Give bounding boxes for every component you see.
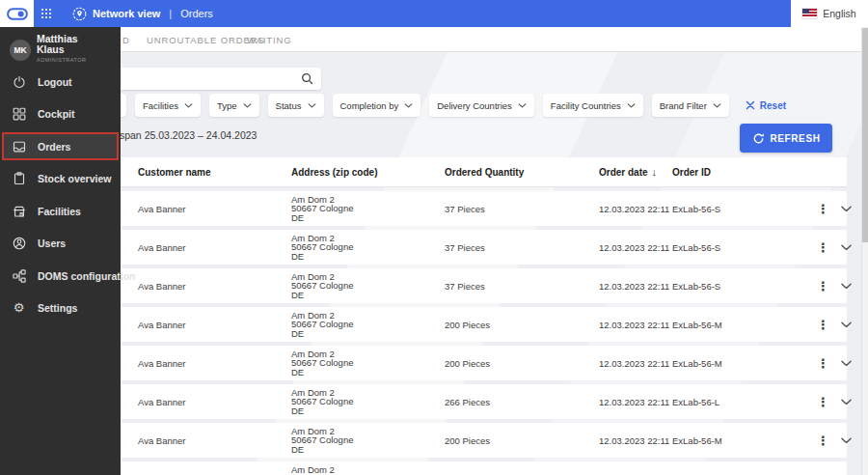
row-actions: ⋮ [807, 396, 847, 408]
scrollbar-thumb[interactable] [862, 28, 868, 242]
table-row-partial[interactable]: Am Dom 2 [14, 461, 847, 475]
row-expand-button[interactable] [841, 244, 852, 251]
row-actions: ⋮ [807, 319, 847, 331]
brand-logo[interactable] [0, 0, 34, 27]
chevron-down-icon [841, 437, 852, 444]
row-expand-button[interactable] [841, 206, 852, 212]
apps-grid-icon [41, 8, 52, 19]
refresh-button[interactable]: REFRESH [740, 124, 832, 153]
chevron-down-icon [841, 321, 852, 328]
order-date-cell: 12.03.2023 22:11 [599, 397, 672, 407]
clipboard-icon [12, 172, 26, 185]
sidebar-item-settings[interactable]: ⚙ Settings [2, 293, 119, 321]
row-expand-button[interactable] [841, 437, 852, 444]
table-row[interactable]: Ava Banner Am Dom 2 50667 Cologne DE 200… [14, 423, 847, 458]
address-cell: Am Dom 2 50667 Cologne DE [291, 388, 445, 416]
sidebar-item-facilities[interactable]: Facilities [2, 197, 119, 225]
filter-chip-label: Type [217, 100, 237, 111]
language-selector[interactable]: English [791, 0, 868, 27]
column-order-date[interactable]: Order date ↓ [599, 166, 672, 178]
row-menu-button[interactable]: ⋮ [817, 280, 829, 293]
customer-cell: Ava Banner [138, 435, 291, 446]
customer-cell: Ava Banner [138, 320, 291, 330]
row-actions: ⋮ [807, 241, 847, 254]
customer-cell: Ava Banner [138, 242, 291, 253]
avatar[interactable]: MK [10, 40, 31, 61]
order-id-cell: ExLab-56-M [672, 320, 807, 330]
sidebar-item-cockpit[interactable]: Cockpit [2, 99, 119, 127]
chevron-down-icon [841, 283, 852, 290]
filter-chip-label: Completion by [340, 100, 399, 111]
cockpit-icon [12, 107, 26, 121]
order-date-cell: 12.03.2023 22:11 [599, 281, 672, 292]
filter-chip[interactable]: Type [209, 94, 259, 117]
quantity-cell: 37 Pieces [445, 242, 599, 253]
filter-chip-label: Brand Filter [660, 100, 707, 111]
column-ordered-quantity[interactable]: Ordered Quantity [445, 167, 599, 178]
main-content: Facilities Type Status Completion by Del… [0, 52, 868, 475]
table-row[interactable]: Ava Banner Am Dom 2 50667 Cologne DE 37 … [14, 230, 847, 265]
chevron-down-icon [841, 360, 852, 367]
quantity-cell: 200 Pieces [445, 358, 599, 369]
order-id-cell: ExLab-56-M [672, 358, 807, 369]
tab-waiting[interactable]: WAITING [247, 35, 292, 45]
row-expand-button[interactable] [841, 399, 852, 405]
row-menu-button[interactable]: ⋮ [817, 203, 829, 215]
sidebar-item-stock-overview[interactable]: Stock overview [2, 164, 119, 192]
orders-table: Customer name Address (zip code) Ordered… [14, 157, 847, 475]
row-menu-button[interactable]: ⋮ [817, 357, 829, 370]
toggle-logo-icon [7, 8, 28, 20]
nav-network-view[interactable]: Network view [93, 8, 160, 19]
column-order-id[interactable]: Order ID [672, 167, 807, 178]
order-id-cell: ExLab-56-M [672, 435, 807, 446]
row-menu-button[interactable]: ⋮ [817, 434, 829, 447]
timespan-label: Timespan 25.03.2023 – 24.04.2023 [97, 129, 257, 141]
chevron-down-icon [841, 399, 852, 405]
row-menu-button[interactable]: ⋮ [817, 396, 829, 408]
tab-bar: D UNROUTABLE ORDERS WAITING [0, 27, 868, 52]
apps-grid-button[interactable] [34, 0, 59, 27]
app-window: Network view | Orders English D UNROUTAB… [0, 0, 868, 475]
storefront-icon [12, 205, 26, 218]
vertical-scrollbar[interactable] [861, 27, 868, 475]
filter-chip[interactable]: Facilities [135, 94, 201, 117]
quantity-cell: 266 Pieces [445, 397, 599, 407]
filter-bar: Facilities Type Status Completion by Del… [88, 94, 786, 117]
filter-chip[interactable]: Status [268, 94, 324, 117]
row-actions: ⋮ [807, 357, 847, 370]
sidebar-item-logout[interactable]: Logout [2, 68, 119, 96]
order-date-cell: 12.03.2023 22:11 [599, 242, 672, 253]
sidebar-item-users[interactable]: Users [2, 229, 119, 257]
sidebar-item-doms-configuration[interactable]: DOMS configuration [2, 262, 119, 290]
table-row[interactable]: Ava Banner Am Dom 2 50667 Cologne DE 200… [14, 307, 847, 342]
reset-filters-button[interactable]: Reset [746, 100, 786, 111]
filter-chip[interactable]: Completion by [333, 94, 421, 117]
filter-chip[interactable]: Delivery Countries [429, 94, 534, 117]
filter-chip[interactable]: Facility Countries [543, 94, 643, 117]
filter-chip-label: Status [276, 100, 302, 111]
nav-current-page: Orders [180, 8, 213, 19]
breadcrumb: Network view | Orders [72, 7, 213, 21]
table-row[interactable]: Ava Banner Am Dom 2 50667 Cologne DE 266… [14, 384, 847, 419]
customer-cell: Ava Banner [138, 358, 291, 369]
column-address[interactable]: Address (zip code) [291, 167, 445, 178]
table-row[interactable]: Ava Banner Am Dom 2 50667 Cologne DE 200… [14, 346, 847, 380]
row-expand-button[interactable] [841, 283, 852, 290]
nav-separator: | [169, 8, 172, 19]
row-expand-button[interactable] [841, 321, 852, 328]
user-circle-icon [12, 237, 26, 250]
sidebar-item-orders[interactable]: Orders [2, 132, 119, 160]
filter-chip[interactable]: Brand Filter [652, 94, 729, 117]
row-menu-button[interactable]: ⋮ [817, 319, 829, 331]
refresh-icon [752, 132, 765, 145]
table-row[interactable]: Ava Banner Am Dom 2 50667 Cologne DE 37 … [14, 191, 847, 226]
tab-partial[interactable]: D [122, 35, 130, 45]
sort-desc-icon[interactable]: ↓ [652, 166, 658, 178]
search-icon[interactable] [301, 72, 313, 85]
row-menu-button[interactable]: ⋮ [817, 241, 829, 254]
user-role: ADMINISTRATOR [37, 57, 87, 63]
table-row[interactable]: Ava Banner Am Dom 2 50667 Cologne DE 37 … [14, 268, 847, 303]
chevron-down-icon [713, 103, 721, 108]
row-expand-button[interactable] [841, 360, 852, 367]
column-customer-name[interactable]: Customer name [138, 167, 291, 178]
